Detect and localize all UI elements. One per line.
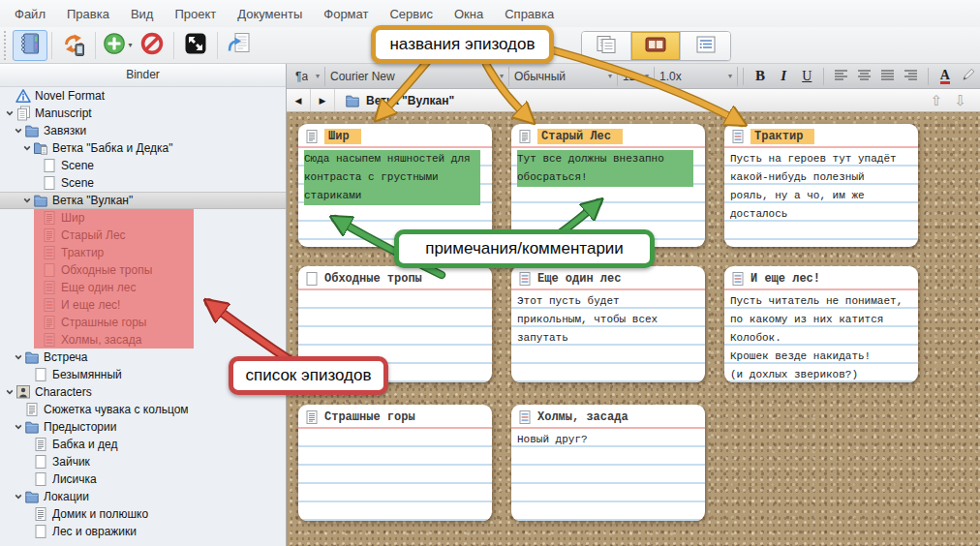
binder-item-5[interactable]: Scene [0,174,286,192]
expand-chevron-icon[interactable] [21,195,33,206]
outline-view-button[interactable] [681,32,730,60]
style-value: Обычный [514,70,566,83]
binder-item-label: Scene [61,176,94,190]
highlight-button[interactable] [957,66,980,87]
compose-mode-button[interactable] [178,30,213,61]
sync-button[interactable] [56,30,91,61]
compile-button[interactable] [222,30,257,61]
add-item-button[interactable]: ▾ [100,30,135,61]
nav-forward-button[interactable]: ▶ [311,89,335,111]
no-entry-button[interactable] [135,30,169,61]
menu-item-0[interactable]: Файл [4,2,56,26]
font-select[interactable]: Courier New ▾ [325,67,509,86]
index-card-1[interactable]: Старый ЛесТут все должны внезапно обосра… [511,124,705,247]
binder-item-4[interactable]: Scene [0,157,286,174]
index-card-note: Тут все должны внезапно обосраться! [517,150,693,187]
index-card-title: Холмы, засада [537,410,628,424]
folder-icon [24,349,40,365]
binder-item-20[interactable]: Бабка и дед [0,436,286,453]
back-arrow-icon: ◀ [295,96,302,106]
index-card-0[interactable]: ШирСюда насыпем няшностей для контраста … [298,124,492,247]
index-card-5[interactable]: И еще лес!Пусть читатель не понимает, по… [724,266,918,382]
binder-item-18[interactable]: Сюжетка чувака с кольцом [0,401,286,418]
menu-item-3[interactable]: Проект [164,2,227,26]
align-right-button[interactable] [900,66,923,87]
bold-button[interactable]: B [749,66,772,87]
index-card-header: Холмы, засада [511,405,705,429]
up-arrow-icon[interactable]: ⇧ [931,92,943,109]
binder-item-0[interactable]: Novel Format [0,87,286,105]
index-card-2[interactable]: ТрактирПусть на героев тут упадёт какой-… [724,124,918,247]
striped-document-icon [517,410,533,425]
binder-item-23[interactable]: Локации [0,488,286,505]
chevron-placeholder [21,508,33,520]
style-select[interactable]: Обычный ▾ [509,67,618,86]
binder-toggle-button[interactable] [13,30,47,61]
manuscript-icon [15,106,31,121]
underline-button[interactable]: U [795,66,818,87]
corkboard-view-button[interactable] [631,32,681,60]
expand-chevron-icon[interactable] [13,351,24,363]
align-left-button[interactable] [829,66,852,87]
binder-item-3[interactable]: Ветка "Бабка и Дедка" [0,139,286,157]
binder-item-21[interactable]: Зайчик [0,453,286,470]
italic-button[interactable]: I [772,66,795,87]
expand-chevron-icon[interactable] [13,491,24,502]
align-justify-button[interactable] [876,66,900,87]
corkboard-icon [644,35,667,58]
index-card-6[interactable]: Страшные горы [298,405,492,521]
index-card-body[interactable]: Новый друг? [511,429,705,521]
expand-chevron-icon[interactable] [21,142,33,154]
line-spacing-select[interactable]: 1.0x ▾ [655,67,738,86]
menu-item-4[interactable]: Документы [227,2,313,26]
lined-document-icon [304,410,320,425]
binder-item-22[interactable]: Лисичка [0,470,286,488]
menu-item-8[interactable]: Справка [494,2,565,26]
binder-item-25[interactable]: Лес и овражики [0,523,286,540]
menu-item-2[interactable]: Вид [120,2,165,26]
binder-item-label: Локации [44,490,89,503]
index-card-body[interactable]: Этот пусть будет прикольным, чтобы всех … [511,290,705,382]
info-icon [15,88,31,104]
index-card-4[interactable]: Еще один лесЭтот пусть будет прикольным,… [511,266,705,382]
divider [928,68,929,85]
binder-item-24[interactable]: Домик и полюшко [0,505,286,523]
chevron-placeholder [4,90,15,102]
document-view-button[interactable] [582,32,631,60]
binder-item-label: Зайчик [52,455,90,469]
menu-item-1[interactable]: Правка [56,2,120,26]
nav-back-button[interactable]: ◀ [287,89,311,111]
menu-item-6[interactable]: Сервис [379,2,444,26]
index-card-body[interactable]: Пусть читатель не понимает, по какому из… [724,290,918,382]
font-value: Courier New [330,70,395,83]
expand-chevron-icon[interactable] [13,125,24,136]
font-color-button[interactable]: A [934,66,957,87]
menu-item-5[interactable]: Формат [313,2,379,26]
chevron-placeholder [21,456,33,468]
align-center-button[interactable] [852,66,875,87]
binder-item-6[interactable]: Ветка "Вулкан" [0,192,286,209]
expand-chevron-icon[interactable] [4,386,15,398]
binder-item-1[interactable]: Manuscript [0,105,286,122]
down-arrow-icon[interactable]: ⇩ [954,92,966,109]
index-card-body[interactable]: Пусть на героев тут упадёт какой-нибудь … [724,148,918,247]
chevron-down-icon: ▾ [312,72,320,80]
compose-icon [183,31,208,59]
index-card-body[interactable] [298,429,492,521]
binder-item-2[interactable]: Завязки [0,122,286,139]
font-size-select[interactable]: 12 ▾ [618,67,655,86]
binder-item-label: Manuscript [35,106,92,120]
menu-item-7[interactable]: Окна [444,2,494,26]
binder-item-label: Characters [35,385,92,399]
divider [823,68,824,85]
binder-item-label: Лисичка [52,472,97,486]
paragraph-style-select[interactable]: ¶a ▾ [291,67,325,86]
index-card-title: Трактир [750,129,814,144]
index-card-header: И еще лес! [724,266,918,290]
index-card-title: Еще один лес [537,272,621,286]
binder-item-19[interactable]: Предыстории [0,418,286,436]
expand-chevron-icon[interactable] [4,107,15,119]
folder-icon [24,419,40,435]
index-card-7[interactable]: Холмы, засадаНовый друг? [511,405,705,521]
expand-chevron-icon[interactable] [13,421,24,433]
